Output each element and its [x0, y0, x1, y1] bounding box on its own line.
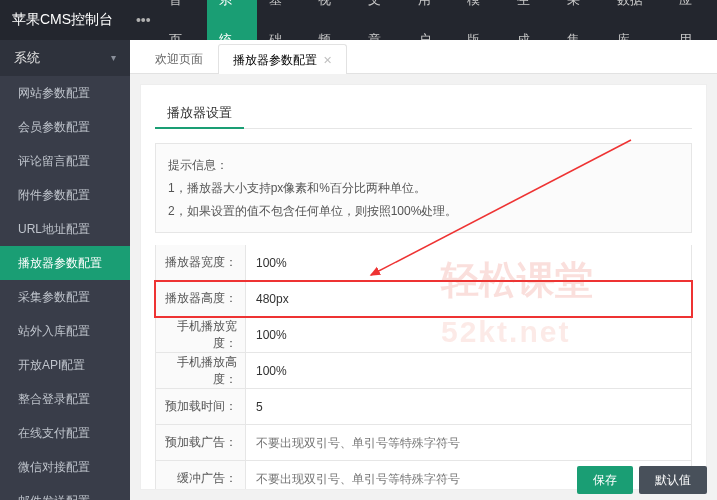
field-label: 播放器高度： [156, 281, 246, 316]
tip-head: 提示信息： [168, 154, 679, 177]
sidebar-item[interactable]: 微信对接配置 [0, 450, 130, 484]
sidebar-item[interactable]: 采集参数配置 [0, 280, 130, 314]
tip-line: 2，如果设置的值不包含任何单位，则按照100%处理。 [168, 200, 679, 223]
field-label: 手机播放宽度： [156, 317, 246, 352]
more-icon[interactable]: ••• [129, 12, 157, 28]
brand-title: 苹果CMS控制台 [0, 11, 129, 29]
inner-tab-player-settings[interactable]: 播放器设置 [155, 97, 244, 129]
field-label: 缓冲广告： [156, 461, 246, 490]
row-preload-time: 预加载时间： [155, 389, 692, 425]
sidebar-item[interactable]: 站外入库配置 [0, 314, 130, 348]
tip-line: 1，播放器大小支持px像素和%百分比两种单位。 [168, 177, 679, 200]
close-icon[interactable]: ✕ [323, 45, 332, 75]
row-player-height: 播放器高度： [155, 281, 692, 317]
mobile-height-input[interactable] [256, 364, 681, 378]
tab-welcome[interactable]: 欢迎页面 [140, 43, 218, 73]
tab-label: 欢迎页面 [155, 44, 203, 74]
sidebar-item[interactable]: 网站参数配置 [0, 76, 130, 110]
sidebar-item[interactable]: URL地址配置 [0, 212, 130, 246]
sidebar-item[interactable]: 邮件发送配置 [0, 484, 130, 500]
sidebar-item[interactable]: 播放器参数配置 [0, 246, 130, 280]
save-button[interactable]: 保存 [577, 466, 633, 494]
sidebar-head-label: 系统 [14, 40, 40, 76]
sidebar-head[interactable]: 系统 ▾ [0, 40, 130, 76]
row-mobile-height: 手机播放高度： [155, 353, 692, 389]
preload-ad-input[interactable] [256, 436, 681, 450]
player-width-input[interactable] [256, 256, 681, 270]
row-player-width: 播放器宽度： [155, 245, 692, 281]
sidebar-item[interactable]: 整合登录配置 [0, 382, 130, 416]
default-button[interactable]: 默认值 [639, 466, 707, 494]
field-label: 播放器宽度： [156, 245, 246, 280]
row-mobile-width: 手机播放宽度： [155, 317, 692, 353]
content-tabs: 欢迎页面 播放器参数配置 ✕ [130, 40, 717, 74]
sidebar-item[interactable]: 会员参数配置 [0, 110, 130, 144]
tab-player-config[interactable]: 播放器参数配置 ✕ [218, 44, 347, 74]
tip-box: 提示信息： 1，播放器大小支持px像素和%百分比两种单位。 2，如果设置的值不包… [155, 143, 692, 233]
row-preload-ad: 预加载广告： [155, 425, 692, 461]
sidebar-item[interactable]: 附件参数配置 [0, 178, 130, 212]
player-height-input[interactable] [256, 292, 681, 306]
field-label: 手机播放高度： [156, 353, 246, 388]
tab-label: 播放器参数配置 [233, 45, 317, 75]
sidebar: 系统 ▾ 网站参数配置会员参数配置评论留言配置附件参数配置URL地址配置播放器参… [0, 40, 130, 500]
chevron-down-icon: ▾ [111, 40, 116, 76]
sidebar-item[interactable]: 在线支付配置 [0, 416, 130, 450]
panel: 播放器设置 提示信息： 1，播放器大小支持px像素和%百分比两种单位。 2，如果… [140, 84, 707, 490]
preload-time-input[interactable] [256, 400, 681, 414]
mobile-width-input[interactable] [256, 328, 681, 342]
sidebar-item[interactable]: 评论留言配置 [0, 144, 130, 178]
sidebar-item[interactable]: 开放API配置 [0, 348, 130, 382]
field-label: 预加载时间： [156, 389, 246, 424]
field-label: 预加载广告： [156, 425, 246, 460]
